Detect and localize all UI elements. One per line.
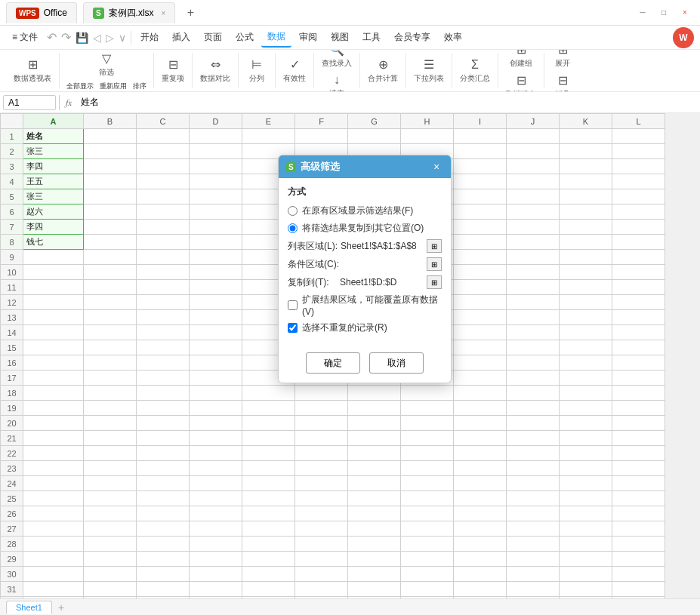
radio-inplace[interactable]: [288, 206, 298, 216]
list-range-label: 列表区域(L):: [288, 240, 338, 253]
checkbox-unique-label[interactable]: 选择不重复的记录(R): [302, 321, 387, 334]
radio-copy[interactable]: [288, 223, 298, 233]
copy-to-label: 复制到(T):: [288, 276, 337, 289]
list-range-picker-button[interactable]: ⊞: [427, 239, 442, 253]
form-row-condition-range: 条件区域(C): ⊞: [288, 257, 442, 271]
radio-row-2: 将筛选结果复制到其它位置(O): [288, 222, 442, 235]
list-range-value: Sheet1!$A$1:$A$8: [341, 241, 424, 251]
checkbox-row-unique: 选择不重复的记录(R): [288, 321, 442, 334]
dialog-title: 高级筛选: [301, 160, 425, 174]
dialog-section-label: 方式: [288, 186, 442, 198]
radio-inplace-label[interactable]: 在原有区域显示筛选结果(F): [302, 204, 413, 217]
dialog-footer: 确定 取消: [279, 346, 451, 383]
advanced-filter-dialog: S 高级筛选 × 方式 在原有区域显示筛选结果(F) 将筛选结果复制到其它位置(…: [278, 155, 452, 383]
radio-row-1: 在原有区域显示筛选结果(F): [288, 204, 442, 217]
dialog-overlay: S 高级筛选 × 方式 在原有区域显示筛选结果(F) 将筛选结果复制到其它位置(…: [0, 0, 700, 615]
checkbox-unique[interactable]: [288, 323, 298, 333]
dialog-s-icon: S: [286, 162, 296, 172]
checkbox-expand-label[interactable]: 扩展结果区域，可能覆盖原有数据(V): [302, 294, 442, 317]
copy-to-value: Sheet1!$D:$D: [340, 277, 424, 288]
form-row-copy-to: 复制到(T): Sheet1!$D:$D ⊞: [288, 275, 442, 289]
form-row-list-range: 列表区域(L): Sheet1!$A$1:$A$8 ⊞: [288, 239, 442, 253]
checkbox-expand[interactable]: [288, 300, 298, 310]
dialog-body: 方式 在原有区域显示筛选结果(F) 将筛选结果复制到其它位置(O) 列表区域(L…: [279, 178, 451, 346]
condition-range-picker-button[interactable]: ⊞: [427, 257, 442, 271]
dialog-close-button[interactable]: ×: [430, 160, 443, 174]
dialog-cancel-button[interactable]: 取消: [369, 352, 424, 374]
checkbox-row-expand: 扩展结果区域，可能覆盖原有数据(V): [288, 294, 442, 317]
radio-copy-label[interactable]: 将筛选结果复制到其它位置(O): [302, 222, 424, 235]
dialog-header: S 高级筛选 ×: [279, 155, 451, 178]
dialog-ok-button[interactable]: 确定: [306, 352, 360, 374]
condition-range-label: 条件区域(C):: [288, 258, 339, 271]
copy-to-picker-button[interactable]: ⊞: [427, 275, 442, 289]
